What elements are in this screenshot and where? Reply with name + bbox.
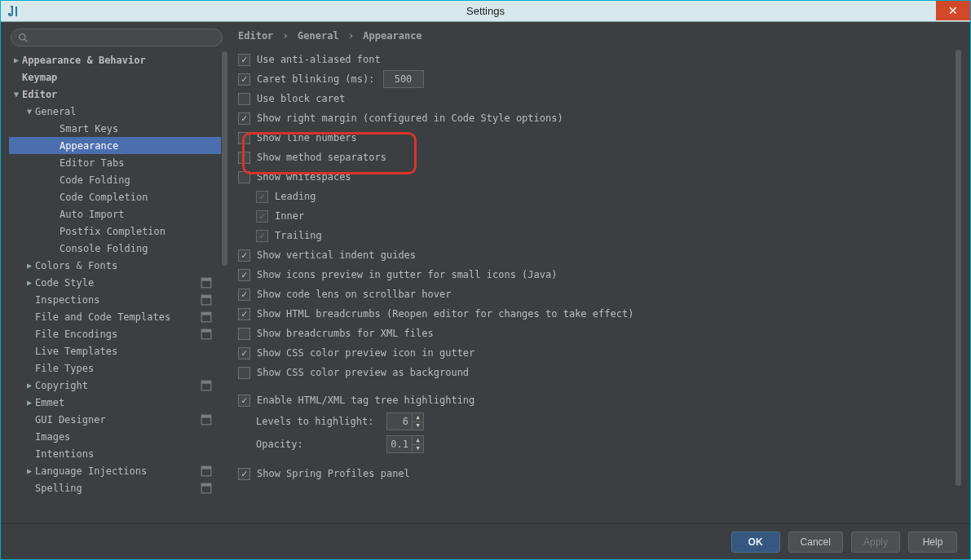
checkbox[interactable]	[238, 132, 250, 144]
levels-spinner[interactable]: 6 ▲▼	[386, 412, 424, 430]
field-opacity: Opacity: 0.1 ▲▼	[235, 433, 962, 456]
option-vertical-indent-guides[interactable]: Show vertical indent guides	[235, 245, 962, 265]
option-css-bg-preview[interactable]: Show CSS color preview as background	[235, 363, 962, 382]
project-scope-icon	[201, 294, 212, 306]
sidebar-item-gui-designer[interactable]: ▶GUI Designer	[9, 411, 228, 428]
option-method-separators[interactable]: Show method separators	[235, 148, 962, 167]
help-button[interactable]: Help	[908, 531, 957, 553]
checkbox[interactable]	[238, 249, 250, 262]
checkbox[interactable]	[238, 152, 250, 164]
sidebar-item-keymap[interactable]: ▶Keymap	[9, 68, 228, 86]
option-xml-breadcrumbs[interactable]: Show breadcrumbs for XML files	[235, 324, 962, 343]
spinner-up-icon[interactable]: ▲	[413, 413, 423, 422]
sidebar-item-file-and-code-templates[interactable]: ▶File and Code Templates	[9, 308, 228, 325]
checkbox[interactable]	[238, 289, 250, 301]
option-tag-tree-highlight[interactable]: Enable HTML/XML tag tree highlighting	[235, 390, 962, 410]
option-whitespaces[interactable]: Show whitespaces	[235, 167, 962, 187]
option-html-breadcrumbs[interactable]: Show HTML breadcrumbs (Reopen editor for…	[235, 304, 962, 324]
checkbox[interactable]	[238, 54, 250, 66]
project-scope-icon	[201, 465, 212, 477]
checkbox	[256, 230, 268, 242]
project-scope-icon	[201, 414, 212, 426]
sidebar-item-images[interactable]: ▶Images	[9, 428, 228, 445]
sidebar-item-file-types[interactable]: ▶File Types	[9, 359, 228, 377]
sidebar-item-spelling[interactable]: ▶Spelling	[9, 479, 228, 496]
option-gutter-icons-preview[interactable]: Show icons preview in gutter for small i…	[235, 265, 962, 284]
spinner-down-icon[interactable]: ▼	[413, 445, 423, 453]
option-label: Caret blinking (ms):	[257, 73, 375, 85]
checkbox[interactable]	[238, 367, 250, 379]
content-scrollbar[interactable]	[955, 50, 962, 523]
checkbox[interactable]	[238, 395, 250, 407]
sidebar-item-label: Auto Import	[60, 209, 212, 220]
window-close-button[interactable]: ✕	[936, 1, 970, 20]
sidebar-item-code-folding[interactable]: ▶Code Folding	[9, 171, 228, 188]
checkbox[interactable]	[238, 112, 250, 125]
chevron-down-icon: ▼	[11, 90, 22, 99]
sidebar-item-postfix-completion[interactable]: ▶Postfix Completion	[9, 223, 228, 240]
sidebar-item-intentions[interactable]: ▶Intentions	[9, 445, 228, 462]
sidebar-item-file-encodings[interactable]: ▶File Encodings	[9, 325, 228, 342]
sidebar-item-label: Intentions	[35, 448, 212, 460]
settings-tree[interactable]: ▶Appearance & Behavior▶Keymap▼Editor▼Gen…	[9, 51, 228, 517]
spinner-value: 0.1	[387, 439, 412, 450]
sidebar-item-label: General	[35, 106, 212, 117]
sidebar-item-appearance[interactable]: ▶Appearance	[9, 137, 228, 154]
sidebar-item-colors-fonts[interactable]: ▶Colors & Fonts	[9, 257, 228, 274]
option-css-gutter-preview[interactable]: Show CSS color preview icon in gutter	[235, 343, 962, 363]
checkbox[interactable]	[238, 73, 250, 86]
chevron-right-icon: ▶	[24, 261, 35, 270]
sidebar-item-live-templates[interactable]: ▶Live Templates	[9, 342, 228, 359]
option-code-lens[interactable]: Show code lens on scrollbar hover	[235, 284, 962, 304]
sidebar-item-label: Smart Keys	[60, 123, 212, 134]
sidebar-item-appearance-behavior[interactable]: ▶Appearance & Behavior	[9, 51, 228, 68]
option-label: Inner	[275, 210, 304, 222]
spinner-down-icon[interactable]: ▼	[413, 422, 423, 430]
cancel-button[interactable]: Cancel	[788, 531, 843, 553]
sidebar-item-label: Language Injections	[35, 465, 197, 477]
option-label: Show CSS color preview icon in gutter	[257, 347, 474, 359]
opacity-spinner[interactable]: 0.1 ▲▼	[386, 435, 424, 453]
checkbox[interactable]	[238, 308, 250, 320]
sidebar-item-editor-tabs[interactable]: ▶Editor Tabs	[9, 154, 228, 171]
svg-line-2	[24, 39, 27, 42]
sidebar-item-label: Code Completion	[60, 192, 212, 203]
sidebar-item-emmet[interactable]: ▶Emmet	[9, 394, 228, 411]
option-right-margin[interactable]: Show right margin (configured in Code St…	[235, 108, 962, 128]
sidebar-item-label: Live Templates	[35, 346, 212, 357]
checkbox[interactable]	[238, 347, 250, 359]
sidebar-item-label: Editor Tabs	[60, 157, 212, 169]
sidebar-item-auto-import[interactable]: ▶Auto Import	[9, 205, 228, 223]
checkbox	[256, 210, 268, 223]
search-input[interactable]	[11, 29, 223, 46]
options-panel: Use anti-aliased font Caret blinking (ms…	[235, 50, 962, 523]
option-spring-profiles-panel[interactable]: Show Spring Profiles panel	[235, 464, 962, 483]
checkbox[interactable]	[238, 171, 250, 183]
checkbox[interactable]	[238, 468, 250, 480]
sidebar-item-code-style[interactable]: ▶Code Style	[9, 274, 228, 291]
sidebar-item-smart-keys[interactable]: ▶Smart Keys	[9, 120, 228, 137]
project-scope-icon	[201, 277, 212, 289]
spinner-up-icon[interactable]: ▲	[413, 436, 423, 445]
sidebar-item-copyright[interactable]: ▶Copyright	[9, 377, 228, 394]
chevron-right-icon: ▶	[24, 381, 35, 390]
sidebar-item-language-injections[interactable]: ▶Language Injections	[9, 462, 228, 479]
sidebar-scrollbar[interactable]	[221, 51, 228, 517]
checkbox[interactable]	[238, 328, 250, 340]
dialog-footer: OK Cancel Apply Help	[1, 523, 970, 559]
sidebar-item-label: Appearance & Behavior	[22, 55, 212, 66]
sidebar-item-editor[interactable]: ▼Editor	[9, 86, 228, 103]
option-line-numbers[interactable]: Show line numbers	[235, 128, 962, 148]
checkbox[interactable]	[238, 93, 250, 105]
checkbox[interactable]	[238, 269, 250, 281]
option-block-caret[interactable]: Use block caret	[235, 89, 962, 108]
ok-button[interactable]: OK	[731, 531, 780, 553]
option-label: Show right margin (configured in Code St…	[257, 112, 563, 124]
option-anti-aliased[interactable]: Use anti-aliased font	[235, 50, 962, 69]
sidebar-item-console-folding[interactable]: ▶Console Folding	[9, 240, 228, 257]
sidebar-item-inspections[interactable]: ▶Inspections	[9, 291, 228, 308]
option-caret-blinking[interactable]: Caret blinking (ms):500	[235, 69, 962, 89]
sidebar-item-code-completion[interactable]: ▶Code Completion	[9, 188, 228, 205]
caret-blink-ms-input[interactable]: 500	[383, 70, 424, 88]
sidebar-item-general[interactable]: ▼General	[9, 103, 228, 120]
